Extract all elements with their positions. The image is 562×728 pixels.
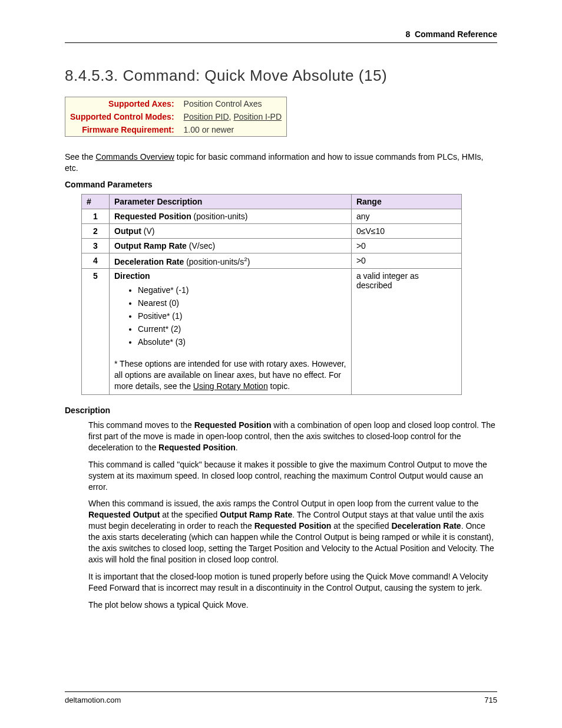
- direction-item: Nearest (0): [138, 298, 346, 308]
- info-label: Supported Control Modes:: [65, 110, 179, 123]
- param-num: 4: [82, 253, 110, 269]
- param-name: Deceleration Rate: [114, 256, 184, 266]
- info-label: Supported Axes:: [65, 97, 179, 111]
- page-footer: deltamotion.com 715: [65, 691, 497, 704]
- param-name: Requested Position: [114, 212, 191, 221]
- col-num: #: [82, 194, 110, 209]
- description-paragraph: When this command is issued, the axis ra…: [88, 498, 497, 565]
- info-value: Position PID, Position I-PD: [179, 110, 287, 123]
- desc-bold: Requested Position: [194, 420, 272, 430]
- desc-bold: Requested Position: [158, 443, 236, 452]
- desc-text: at the specified: [331, 521, 391, 531]
- table-row: 1 Requested Position (position-units) an…: [82, 209, 462, 223]
- table-row: 5 Direction Negative* (-1) Nearest (0) P…: [82, 269, 462, 395]
- param-desc: Deceleration Rate (position-units/s2): [110, 253, 352, 269]
- param-name: Direction: [114, 271, 150, 281]
- info-row: Supported Axes: Position Control Axes: [65, 97, 287, 111]
- param-desc: Output (V): [110, 223, 352, 238]
- info-value: 1.00 or newer: [179, 123, 287, 137]
- table-row: 4 Deceleration Rate (position-units/s2) …: [82, 253, 462, 269]
- col-range: Range: [351, 194, 461, 209]
- intro-text: See the Commands Overview topic for basi…: [65, 151, 497, 174]
- parameters-table: # Parameter Description Range 1 Requeste…: [81, 194, 462, 395]
- info-label: Firmware Requirement:: [65, 123, 179, 137]
- param-name: Output Ramp Rate: [114, 241, 187, 251]
- description-paragraph: It is important that the closed-loop mot…: [88, 571, 497, 594]
- info-row: Supported Control Modes: Position PID, P…: [65, 110, 287, 123]
- page-header: 8 Command Reference: [65, 29, 497, 43]
- section-number: 8.4.5.3.: [65, 67, 118, 84]
- desc-bold: Requested Position: [254, 521, 332, 531]
- info-row: Firmware Requirement: 1.00 or newer: [65, 123, 287, 137]
- description-paragraph: The plot below shows a typical Quick Mov…: [88, 599, 497, 611]
- rotary-motion-link[interactable]: Using Rotary Motion: [193, 381, 268, 391]
- commands-overview-link[interactable]: Commands Overview: [95, 152, 174, 162]
- info-link[interactable]: Position PID: [184, 112, 229, 121]
- param-units: (position-units/s: [184, 256, 244, 266]
- description-paragraph: This command is called "quick" because i…: [88, 459, 497, 493]
- param-desc: Output Ramp Rate (V/sec): [110, 238, 352, 253]
- direction-item: Negative* (-1): [138, 285, 346, 295]
- description-block: This command moves to the Requested Posi…: [88, 420, 497, 610]
- desc-text: When this command is issued, the axis ra…: [88, 499, 478, 508]
- param-range: >0: [351, 253, 461, 269]
- desc-text: at the specified: [160, 510, 220, 519]
- direction-item: Positive* (1): [138, 311, 346, 321]
- param-range: 0≤V≤10: [351, 223, 461, 238]
- description-heading: Description: [65, 406, 497, 415]
- table-row: 2 Output (V) 0≤V≤10: [82, 223, 462, 238]
- info-box: Supported Axes: Position Control Axes Su…: [65, 97, 287, 137]
- desc-text: This command moves to the: [88, 420, 194, 430]
- footer-site: deltamotion.com: [65, 696, 121, 704]
- info-link[interactable]: Position I-PD: [233, 112, 282, 121]
- footnote-suffix: topic.: [268, 381, 290, 391]
- footer-page-number: 715: [484, 696, 497, 704]
- param-units: (V): [141, 226, 155, 236]
- command-parameters-heading: Command Parameters: [65, 180, 497, 189]
- info-value: Position Control Axes: [179, 97, 287, 111]
- chapter-number: 8: [405, 29, 410, 39]
- direction-list: Negative* (-1) Nearest (0) Positive* (1)…: [114, 285, 346, 347]
- desc-text: .: [236, 443, 238, 452]
- description-paragraph: This command moves to the Requested Posi…: [88, 420, 497, 453]
- table-row: 3 Output Ramp Rate (V/sec) >0: [82, 238, 462, 253]
- param-desc: Requested Position (position-units): [110, 209, 352, 223]
- desc-bold: Output Ramp Rate: [220, 510, 292, 519]
- chapter-title: Command Reference: [415, 29, 497, 39]
- desc-bold: Requested Output: [88, 510, 160, 519]
- param-num: 1: [82, 209, 110, 223]
- section-name: Command: Quick Move Absolute (15): [123, 67, 387, 84]
- param-range: any: [351, 209, 461, 223]
- param-num: 3: [82, 238, 110, 253]
- desc-bold: Deceleration Rate: [391, 521, 461, 531]
- param-range: a valid integer as described: [351, 269, 461, 395]
- param-range: >0: [351, 238, 461, 253]
- param-num: 5: [82, 269, 110, 395]
- direction-item: Absolute* (3): [138, 337, 346, 347]
- param-units-close: ): [247, 256, 250, 266]
- col-desc: Parameter Description: [110, 194, 352, 209]
- intro-prefix: See the: [65, 152, 95, 162]
- table-header-row: # Parameter Description Range: [82, 194, 462, 209]
- section-title: 8.4.5.3. Command: Quick Move Absolute (1…: [65, 67, 497, 85]
- param-units: (V/sec): [187, 241, 215, 251]
- direction-footnote: * These options are intended for use wit…: [114, 358, 346, 392]
- param-name: Output: [114, 226, 141, 236]
- param-units: (position-units): [191, 212, 248, 221]
- param-num: 2: [82, 223, 110, 238]
- direction-item: Current* (2): [138, 324, 346, 334]
- param-desc: Direction Negative* (-1) Nearest (0) Pos…: [110, 269, 352, 395]
